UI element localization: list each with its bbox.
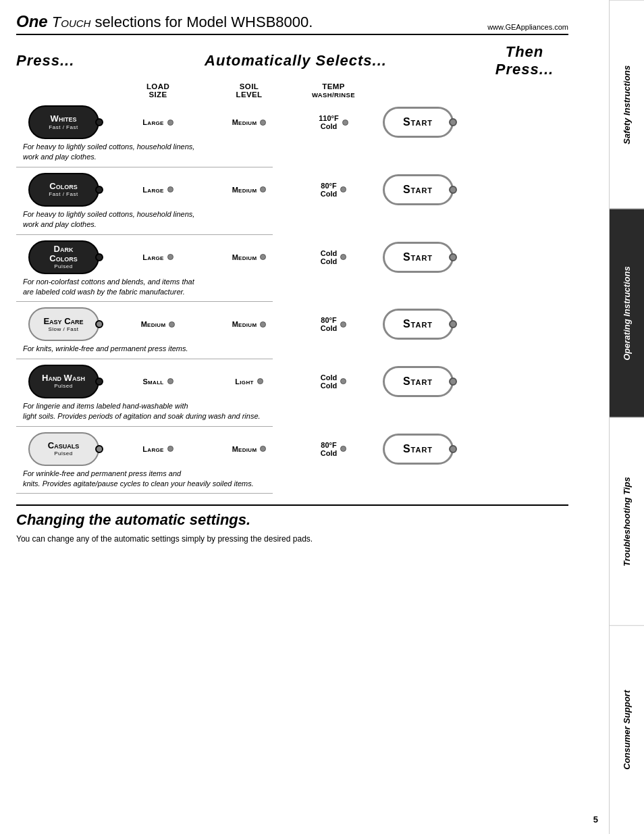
cycle-btn-wrap-colors: ColorsFast / Fast bbox=[16, 173, 111, 207]
title-one: One bbox=[16, 12, 48, 30]
cycle-section-hand-wash: Hand WashPulsedSmallLightColdColdStartFo… bbox=[16, 365, 568, 427]
sub-headers: Load Size Soil Level Temp Wash/Rinse bbox=[16, 82, 568, 99]
cycle-desc-dark-colors: For non-colorfast cottons and blends, an… bbox=[16, 277, 273, 303]
temp-val-hand-wash: ColdCold bbox=[321, 373, 337, 390]
cycle-row-whites: WhitesFast / FastLargeMedium110°FColdSta… bbox=[16, 105, 568, 139]
cycle-name-casuals: Casuals bbox=[48, 441, 79, 450]
cycle-desc-hand-wash: For lingerie and items labeled hand-wash… bbox=[16, 401, 273, 427]
load-dot-hand-wash bbox=[167, 378, 173, 384]
then-heading: Then Press... bbox=[481, 43, 568, 78]
start-btn-hand-wash[interactable]: Start bbox=[383, 366, 454, 397]
start-dot-easy-care bbox=[449, 320, 457, 328]
page-title: One Touch selections for Model WHSB8000. bbox=[16, 12, 313, 31]
load-label-colors: Large bbox=[142, 186, 163, 194]
start-wrap-whites: Start bbox=[374, 107, 462, 138]
load-label-whites: Large bbox=[142, 118, 163, 126]
cycle-sub-whites: Fast / Fast bbox=[49, 124, 78, 130]
page-number: 5 bbox=[593, 814, 598, 825]
changing-title: Changing the automatic settings. bbox=[16, 511, 568, 529]
soil-label-dark-colors: Medium bbox=[232, 253, 257, 261]
cycle-row-easy-care: Easy CareSlow / FastMediumMedium80°FCold… bbox=[16, 307, 568, 341]
title-rest: selections for Model WHSB8000. bbox=[95, 14, 313, 30]
soil-dot-colors bbox=[260, 186, 266, 192]
start-wrap-easy-care: Start bbox=[374, 309, 462, 340]
cycle-desc-colors: For heavy to lightly soiled cottons, hou… bbox=[16, 209, 273, 235]
cycle-btn-dot-dark-colors bbox=[95, 253, 103, 261]
cycle-section-casuals: CasualsPulsedLargeMedium80°FColdStartFor… bbox=[16, 432, 568, 494]
cycle-row-dark-colors: DarkColorsPulsedLargeMediumColdColdStart bbox=[16, 240, 568, 274]
soil-dot-hand-wash bbox=[257, 378, 263, 384]
cycle-sub-easy-care: Slow / Fast bbox=[48, 326, 78, 332]
temp-val-colors: 80°FCold bbox=[321, 182, 337, 198]
load-dot-easy-care bbox=[169, 321, 175, 328]
soil-dot-dark-colors bbox=[260, 254, 266, 260]
start-btn-colors[interactable]: Start bbox=[383, 174, 454, 205]
soil-cell-whites: Medium bbox=[205, 118, 293, 126]
cycle-desc-easy-care: For knits, wrinkle-free and permanent pr… bbox=[16, 344, 273, 359]
soil-label-colors: Medium bbox=[232, 186, 257, 194]
sidebar-section-operating-instructions[interactable]: Operating Instructions bbox=[610, 209, 644, 417]
load-cell-dark-colors: Large bbox=[111, 253, 205, 261]
temp-val-casuals: 80°FCold bbox=[321, 441, 337, 457]
cycle-sub-hand-wash: Pulsed bbox=[54, 383, 72, 389]
temp-dot-hand-wash bbox=[340, 378, 346, 384]
soil-dot-casuals bbox=[260, 446, 266, 452]
sidebar: Safety InstructionsOperating Instruction… bbox=[609, 0, 644, 834]
changing-section: Changing the automatic settings. You can… bbox=[16, 504, 568, 544]
cycle-btn-whites[interactable]: WhitesFast / Fast bbox=[28, 105, 99, 139]
cycle-btn-dot-whites bbox=[95, 118, 103, 126]
soil-dot-whites bbox=[260, 120, 266, 126]
start-dot-dark-colors bbox=[449, 253, 457, 261]
sidebar-section-troubleshooting-tips[interactable]: Troubleshooting Tips bbox=[610, 417, 644, 626]
temp-cell-colors: 80°FCold bbox=[293, 182, 374, 198]
cycle-btn-wrap-dark-colors: DarkColorsPulsed bbox=[16, 240, 111, 274]
sidebar-section-safety-instructions[interactable]: Safety Instructions bbox=[610, 0, 644, 209]
soil-dot-easy-care bbox=[260, 321, 266, 328]
cycle-section-dark-colors: DarkColorsPulsedLargeMediumColdColdStart… bbox=[16, 240, 568, 303]
soil-label-easy-care: Medium bbox=[232, 320, 257, 328]
start-dot-casuals bbox=[449, 445, 457, 453]
load-cell-whites: Large bbox=[111, 118, 205, 126]
cycle-name-hand-wash: Hand Wash bbox=[42, 373, 85, 383]
start-btn-whites[interactable]: Start bbox=[383, 107, 454, 138]
start-btn-easy-care[interactable]: Start bbox=[383, 309, 454, 340]
cycle-section-easy-care: Easy CareSlow / FastMediumMedium80°FCold… bbox=[16, 307, 568, 359]
cycle-btn-dot-easy-care bbox=[95, 320, 103, 328]
start-dot-hand-wash bbox=[449, 377, 457, 386]
cycle-row-casuals: CasualsPulsedLargeMedium80°FColdStart bbox=[16, 432, 568, 466]
load-cell-easy-care: Medium bbox=[111, 320, 205, 328]
start-wrap-casuals: Start bbox=[374, 434, 462, 465]
cycle-name-colors: Colors bbox=[49, 182, 77, 191]
section-headings: Press... Automatically Selects... Then P… bbox=[16, 43, 568, 78]
start-btn-dark-colors[interactable]: Start bbox=[383, 242, 454, 273]
temp-val-whites: 110°FCold bbox=[319, 114, 338, 130]
temp-cell-hand-wash: ColdCold bbox=[293, 373, 374, 390]
temp-header: Temp Wash/Rinse bbox=[293, 82, 374, 99]
sidebar-section-consumer-support[interactable]: Consumer Support bbox=[610, 625, 644, 834]
cycles-container: WhitesFast / FastLargeMedium110°FColdSta… bbox=[16, 105, 568, 494]
main-content: One Touch selections for Model WHSB8000.… bbox=[0, 0, 609, 834]
start-btn-casuals[interactable]: Start bbox=[383, 434, 454, 465]
cycle-sub-colors: Fast / Fast bbox=[49, 191, 78, 197]
cycle-row-hand-wash: Hand WashPulsedSmallLightColdColdStart bbox=[16, 365, 568, 398]
cycle-btn-dark-colors[interactable]: DarkColorsPulsed bbox=[28, 240, 99, 274]
website: www.GEAppliances.com bbox=[487, 23, 568, 31]
cycle-btn-colors[interactable]: ColorsFast / Fast bbox=[28, 173, 99, 207]
load-label-hand-wash: Small bbox=[142, 377, 163, 386]
cycle-btn-wrap-easy-care: Easy CareSlow / Fast bbox=[16, 307, 111, 341]
soil-cell-easy-care: Medium bbox=[205, 320, 293, 328]
cycle-btn-hand-wash[interactable]: Hand WashPulsed bbox=[28, 365, 99, 398]
cycle-btn-casuals[interactable]: CasualsPulsed bbox=[28, 432, 99, 466]
temp-dot-easy-care bbox=[340, 321, 346, 328]
cycle-section-whites: WhitesFast / FastLargeMedium110°FColdSta… bbox=[16, 105, 568, 167]
cycle-btn-easy-care[interactable]: Easy CareSlow / Fast bbox=[28, 307, 99, 341]
soil-label-hand-wash: Light bbox=[235, 377, 253, 386]
cycle-sub-casuals: Pulsed bbox=[54, 450, 72, 457]
cycle-btn-wrap-hand-wash: Hand WashPulsed bbox=[16, 365, 111, 398]
load-dot-whites bbox=[167, 120, 173, 126]
changing-text: You can change any of the automatic sett… bbox=[16, 534, 568, 544]
soil-header: Soil Level bbox=[205, 82, 293, 99]
temp-dot-whites bbox=[342, 120, 348, 126]
load-label-dark-colors: Large bbox=[142, 253, 163, 261]
soil-cell-casuals: Medium bbox=[205, 445, 293, 453]
